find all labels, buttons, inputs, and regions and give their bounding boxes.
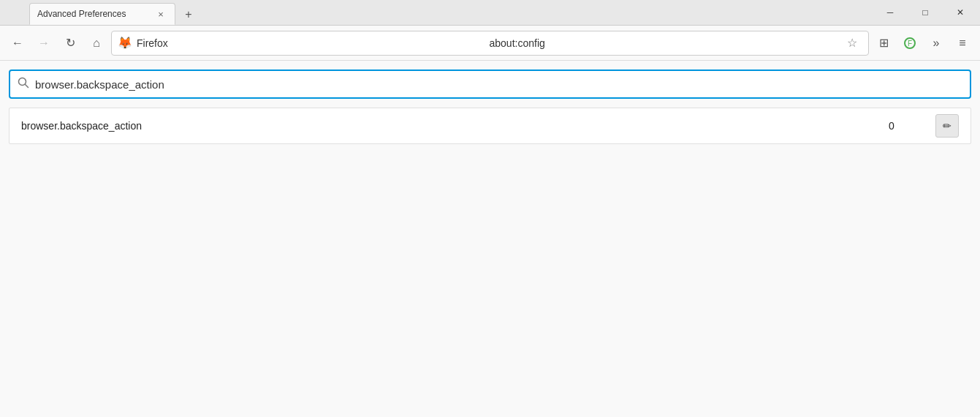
- minimize-button[interactable]: ─: [873, 1, 907, 23]
- firefox-icon: 🦊: [118, 36, 132, 50]
- tab-close-button[interactable]: ×: [154, 7, 167, 20]
- results-table: browser.backspace_action 0: [9, 108, 971, 144]
- tab-title: Advanced Preferences: [37, 9, 148, 19]
- tab-strip: Advanced Preferences × +: [0, 0, 873, 25]
- overflow-button[interactable]: »: [924, 31, 948, 55]
- edit-button[interactable]: [935, 114, 959, 138]
- table-row: browser.backspace_action 0: [10, 108, 970, 143]
- url-value: about:config: [490, 37, 838, 49]
- forward-button[interactable]: →: [32, 31, 56, 55]
- nav-bar: ← → ↻ ⌂ 🦊 Firefox about:config ☆ ⊞ F » ≡: [0, 26, 980, 61]
- search-icon: [18, 77, 29, 91]
- back-button[interactable]: ←: [6, 31, 29, 55]
- pencil-icon: [943, 120, 951, 132]
- extensions-button[interactable]: ⊞: [872, 31, 895, 55]
- url-display: Firefox: [137, 37, 485, 49]
- toolbar-icons: ⊞ F » ≡: [872, 31, 974, 55]
- close-button[interactable]: ✕: [943, 1, 977, 23]
- addon-button[interactable]: F: [898, 31, 922, 55]
- title-bar: Advanced Preferences × + ─ □ ✕: [0, 0, 980, 26]
- pref-value: 0: [848, 120, 935, 132]
- new-tab-button[interactable]: +: [178, 4, 199, 25]
- pref-name: browser.backspace_action: [21, 120, 848, 132]
- maximize-button[interactable]: □: [908, 1, 942, 23]
- bookmark-star-button[interactable]: ☆: [842, 33, 862, 53]
- search-input[interactable]: [35, 78, 962, 91]
- refresh-button[interactable]: ↻: [58, 31, 82, 55]
- active-tab[interactable]: Advanced Preferences ×: [29, 3, 175, 25]
- url-bar[interactable]: 🦊 Firefox about:config ☆: [111, 31, 869, 56]
- addon-icon: F: [903, 37, 916, 50]
- menu-button[interactable]: ≡: [951, 31, 974, 55]
- page-content: browser.backspace_action 0: [0, 61, 980, 417]
- search-container: [9, 70, 971, 99]
- window-controls: ─ □ ✕: [873, 1, 980, 23]
- home-button[interactable]: ⌂: [85, 31, 108, 55]
- svg-text:F: F: [908, 40, 912, 48]
- svg-line-3: [26, 85, 29, 88]
